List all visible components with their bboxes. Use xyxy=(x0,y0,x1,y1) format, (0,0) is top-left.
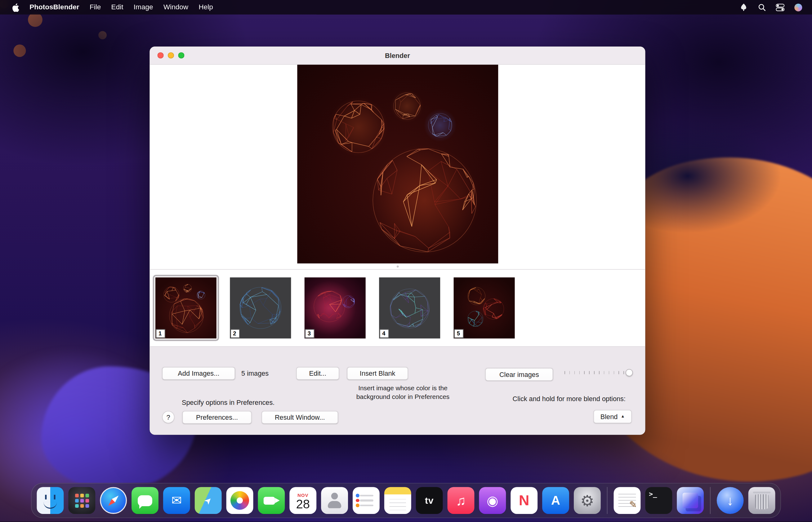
dock-apple-tv-icon[interactable]: tv xyxy=(416,487,443,514)
thumbnail-number: 4 xyxy=(380,329,389,338)
preview-wireframe-spheres xyxy=(297,65,498,263)
thumbnail-number: 1 xyxy=(156,329,165,338)
controls-panel: Add Images... 5 images Edit... Insert Bl… xyxy=(150,347,645,435)
dock-app-store-icon[interactable]: A xyxy=(542,487,569,514)
dock-terminal-icon[interactable]: >_ xyxy=(645,487,672,514)
result-window-button[interactable]: Result Window... xyxy=(262,411,338,424)
reminders-row xyxy=(360,504,373,506)
dock-downloads-icon[interactable]: ↓ xyxy=(717,487,744,514)
photosblender-gradient-square xyxy=(683,493,698,508)
finder-smile xyxy=(43,502,57,509)
control-center-icon[interactable] xyxy=(775,2,785,12)
search-icon[interactable] xyxy=(757,2,767,12)
music-note-glyph: ♫ xyxy=(456,493,466,509)
blend-options-slider[interactable] xyxy=(564,369,633,376)
blend-button[interactable]: Blend ▲ xyxy=(593,410,632,423)
facetime-camera xyxy=(264,497,275,504)
menu-bar: PhotosBlender File Edit Image Window Hel… xyxy=(0,0,812,15)
news-glyph: N xyxy=(519,492,529,509)
menu-file[interactable]: File xyxy=(84,0,106,15)
dock-facetime-icon[interactable] xyxy=(258,487,285,514)
blender-window: Blender 1 2 3 4 xyxy=(150,46,645,435)
dock-system-settings-icon[interactable]: ⚙ xyxy=(574,487,601,514)
dock-safari-icon[interactable] xyxy=(100,487,127,514)
downloads-arrow-glyph: ↓ xyxy=(727,493,734,509)
help-button[interactable]: ? xyxy=(162,411,175,423)
window-title: Blender xyxy=(385,52,410,59)
thumbnail-3[interactable]: 3 xyxy=(305,277,366,339)
dock-podcasts-icon[interactable]: ◉ xyxy=(479,487,506,514)
messages-bubble xyxy=(138,495,152,506)
blend-button-label: Blend xyxy=(600,413,618,421)
thumbnail-1[interactable]: 1 xyxy=(155,277,216,339)
app-store-glyph: A xyxy=(551,493,560,508)
blend-preview-image xyxy=(297,65,498,263)
dock-contacts-icon[interactable] xyxy=(321,487,348,514)
dock-maps-icon[interactable]: ➤ xyxy=(195,487,222,514)
dock-separator xyxy=(607,487,607,514)
dock-messages-icon[interactable] xyxy=(132,487,158,514)
dock-finder-icon[interactable] xyxy=(37,487,64,514)
finder-eyes xyxy=(45,495,46,499)
reminders-row xyxy=(360,500,373,502)
thumbnail-2[interactable]: 2 xyxy=(230,277,291,339)
menu-edit[interactable]: Edit xyxy=(106,0,129,15)
dock-photos-icon[interactable] xyxy=(227,487,253,514)
insert-blank-button[interactable]: Insert Blank xyxy=(347,367,408,380)
terminal-prompt-glyph: >_ xyxy=(649,490,657,498)
menu-image[interactable]: Image xyxy=(129,0,158,15)
siri-orb xyxy=(794,3,802,11)
photos-color-wheel xyxy=(230,491,249,509)
thumbnail-number: 5 xyxy=(454,329,463,338)
dock-calendar-icon[interactable]: NOV 28 xyxy=(289,487,316,514)
dock-news-icon[interactable]: N xyxy=(510,487,538,514)
podcasts-glyph: ◉ xyxy=(487,493,499,509)
dock-separator xyxy=(710,487,711,514)
contacts-head xyxy=(331,493,338,500)
menu-window[interactable]: Window xyxy=(158,0,194,15)
launchpad-grid xyxy=(75,494,79,498)
contacts-body xyxy=(328,501,341,508)
close-button[interactable] xyxy=(158,53,164,59)
zoom-button[interactable] xyxy=(178,53,184,59)
apple-menu[interactable] xyxy=(6,3,24,12)
thumbnail-5[interactable]: 5 xyxy=(454,277,515,339)
menu-help[interactable]: Help xyxy=(194,0,218,15)
calendar-day: 28 xyxy=(296,498,310,510)
tree-status-icon[interactable] xyxy=(739,2,749,12)
mail-envelope-glyph: ✉ xyxy=(172,493,182,508)
slider-thumb[interactable] xyxy=(625,369,633,376)
apple-logo-icon xyxy=(12,3,19,12)
dock: ✉ ➤ NOV 28 tv ♫ xyxy=(31,483,781,518)
thumbnail-number: 2 xyxy=(230,329,240,338)
dock-mail-icon[interactable]: ✉ xyxy=(163,487,190,514)
minimize-button[interactable] xyxy=(168,53,174,59)
dock-music-icon[interactable]: ♫ xyxy=(448,487,475,514)
window-titlebar[interactable]: Blender xyxy=(150,46,645,64)
dock-trash-icon[interactable] xyxy=(749,487,775,514)
insert-blank-caption: Insert image whose color is the backgrou… xyxy=(343,384,462,402)
edit-button[interactable]: Edit... xyxy=(296,367,339,380)
apple-tv-glyph: tv xyxy=(425,495,433,506)
add-images-button[interactable]: Add Images... xyxy=(162,367,235,380)
dock-notes-icon[interactable] xyxy=(384,487,411,514)
dock-reminders-icon[interactable] xyxy=(353,487,380,514)
dock-launchpad-icon[interactable] xyxy=(68,487,95,514)
preferences-button[interactable]: Preferences... xyxy=(182,411,252,424)
menu-bar-status-area xyxy=(739,2,806,12)
clear-images-button[interactable]: Clear images xyxy=(485,368,553,381)
specify-options-text: Specify options in Preferences. xyxy=(182,399,274,406)
thumbnail-number: 3 xyxy=(305,329,314,338)
settings-gear-glyph: ⚙ xyxy=(580,491,594,509)
trash-can xyxy=(755,495,768,509)
slider-ticks xyxy=(564,371,629,374)
thumbnail-strip: 1 2 3 4 5 xyxy=(150,269,645,346)
dock-photosblender-app-icon[interactable] xyxy=(677,487,704,514)
siri-icon[interactable] xyxy=(793,2,803,12)
dock-textedit-icon[interactable]: ✎ xyxy=(614,487,641,514)
reminders-row xyxy=(360,495,373,497)
menu-app-name[interactable]: PhotosBlender xyxy=(24,0,84,15)
notes-lines xyxy=(390,499,406,510)
thumbnail-4[interactable]: 4 xyxy=(379,277,440,339)
preview-page-dot xyxy=(397,266,399,268)
